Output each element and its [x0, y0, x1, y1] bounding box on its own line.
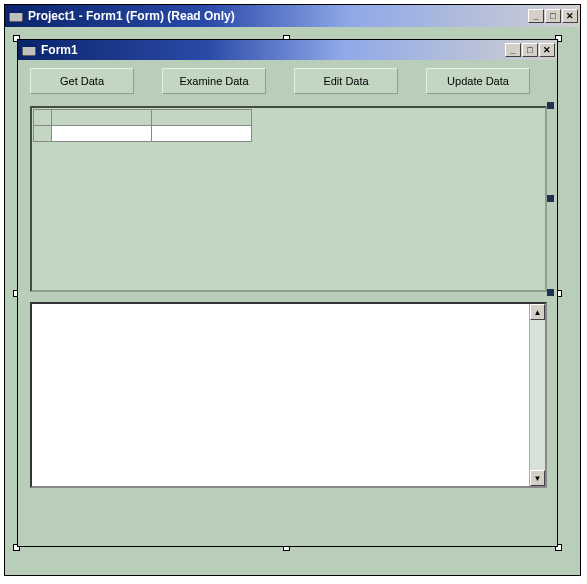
maximize-icon: □ — [527, 45, 532, 55]
svg-rect-1 — [9, 10, 23, 13]
form-title: Form1 — [41, 43, 505, 57]
chevron-down-icon: ▼ — [534, 474, 542, 483]
textbox-content[interactable] — [32, 304, 529, 486]
grid-row[interactable] — [34, 126, 252, 142]
grid-row-header[interactable] — [34, 126, 52, 142]
designer-surface[interactable]: Form1 _ □ ✕ Get Data Examine Data Edit D… — [7, 29, 578, 573]
grid-table — [33, 109, 252, 142]
control-handle[interactable] — [547, 195, 554, 202]
button-label: Get Data — [60, 75, 104, 87]
designer-window-controls: _ □ ✕ — [528, 9, 580, 23]
form-body[interactable]: Get Data Examine Data Edit Data Update D… — [20, 62, 555, 544]
designer-window: Project1 - Form1 (Form) (Read Only) _ □ … — [4, 4, 581, 576]
chevron-up-icon: ▲ — [534, 308, 542, 317]
button-label: Examine Data — [179, 75, 248, 87]
form-close-button[interactable]: ✕ — [539, 43, 555, 57]
button-label: Update Data — [447, 75, 509, 87]
designer-title: Project1 - Form1 (Form) (Read Only) — [28, 9, 528, 23]
maximize-icon: □ — [550, 11, 555, 21]
form-minimize-button[interactable]: _ — [505, 43, 521, 57]
form-window: Form1 _ □ ✕ Get Data Examine Data Edit D… — [17, 39, 558, 547]
grid-header-row — [34, 110, 252, 126]
data-grid[interactable] — [30, 106, 547, 292]
form-titlebar[interactable]: Form1 _ □ ✕ — [18, 40, 557, 60]
grid-corner — [34, 110, 52, 126]
grid-col-header[interactable] — [52, 110, 152, 126]
grid-cell[interactable] — [52, 126, 152, 142]
control-handle[interactable] — [547, 102, 554, 109]
close-button[interactable]: ✕ — [562, 9, 578, 23]
svg-rect-3 — [22, 44, 36, 47]
button-row: Get Data Examine Data Edit Data Update D… — [30, 68, 545, 94]
grid-cell[interactable] — [152, 126, 252, 142]
form-maximize-button[interactable]: □ — [522, 43, 538, 57]
minimize-icon: _ — [533, 11, 538, 21]
minimize-button[interactable]: _ — [528, 9, 544, 23]
examine-data-button[interactable]: Examine Data — [162, 68, 266, 94]
grid-col-header[interactable] — [152, 110, 252, 126]
form-window-controls: _ □ ✕ — [505, 43, 557, 57]
scroll-up-button[interactable]: ▲ — [530, 304, 545, 320]
control-handle[interactable] — [547, 289, 554, 296]
maximize-button[interactable]: □ — [545, 9, 561, 23]
close-icon: ✕ — [566, 11, 574, 21]
scroll-down-button[interactable]: ▼ — [530, 470, 545, 486]
vertical-scrollbar[interactable]: ▲ ▼ — [529, 304, 545, 486]
minimize-icon: _ — [510, 45, 515, 55]
form-icon — [8, 9, 24, 23]
button-label: Edit Data — [323, 75, 368, 87]
designer-titlebar[interactable]: Project1 - Form1 (Form) (Read Only) _ □ … — [5, 5, 580, 27]
get-data-button[interactable]: Get Data — [30, 68, 134, 94]
edit-data-button[interactable]: Edit Data — [294, 68, 398, 94]
output-textbox[interactable]: ▲ ▼ — [30, 302, 547, 488]
update-data-button[interactable]: Update Data — [426, 68, 530, 94]
close-icon: ✕ — [543, 45, 551, 55]
form-icon — [21, 43, 37, 57]
